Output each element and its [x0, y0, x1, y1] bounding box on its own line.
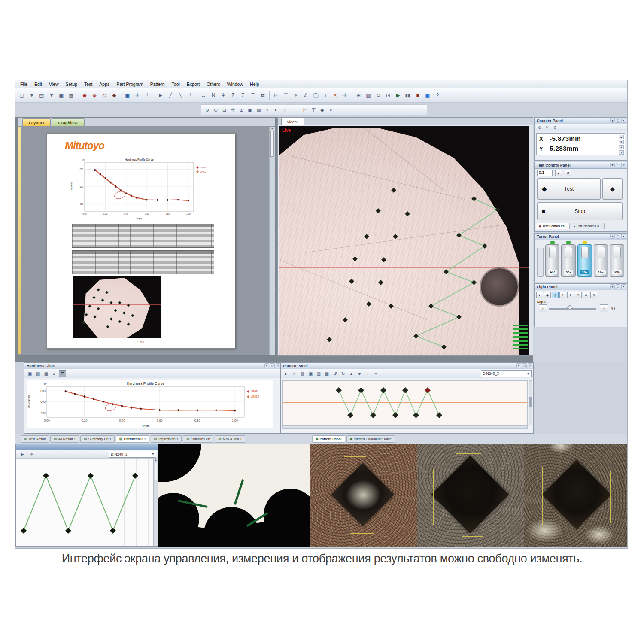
grid-toggle-icon[interactable]: ⊞	[237, 106, 246, 114]
zoom-full-icon[interactable]: ⊡	[383, 91, 393, 100]
pattern-select-combo[interactable]: DIN240_3▼	[481, 370, 532, 377]
stop-button[interactable]: ■Stop	[537, 202, 623, 220]
refresh-icon[interactable]: ↻	[374, 91, 383, 100]
menu-tool[interactable]: Tool	[169, 81, 183, 87]
snap-blue-icon[interactable]: ▣	[423, 91, 432, 100]
measure-point-icon[interactable]: ⌖	[291, 91, 301, 100]
menu-setup[interactable]: Setup	[63, 81, 80, 87]
contrast-icon[interactable]: ◐	[272, 106, 280, 114]
light-preset-5[interactable]: 5	[590, 292, 597, 298]
zoom-fit-icon[interactable]: ⊡	[220, 106, 228, 114]
turret-slot-50x[interactable]: 50x	[561, 244, 576, 277]
close-icon[interactable]: ×	[621, 163, 626, 167]
zoom-in-icon[interactable]: ⊕	[203, 106, 211, 114]
erase-icon[interactable]: ×	[327, 106, 335, 114]
video-scrollbar[interactable]	[529, 126, 533, 355]
menu-others[interactable]: Others	[204, 81, 223, 87]
menu-help[interactable]: Help	[247, 81, 262, 87]
light-auto-icon[interactable]: ◐	[536, 292, 543, 298]
hc-copy-icon[interactable]: ▤	[34, 370, 42, 377]
pin-icon[interactable]: ▾	[610, 234, 615, 239]
open-file-icon[interactable]: ▤	[37, 91, 46, 100]
pattern-sigma-icon[interactable]: Σ	[238, 91, 248, 100]
single-test-button[interactable]: ◆	[602, 178, 623, 200]
snapshot-icon[interactable]: ▣	[246, 106, 254, 114]
menu-edit[interactable]: Edit	[31, 81, 45, 87]
pp-open-icon[interactable]: ▤	[299, 370, 306, 377]
tab-all-result-1[interactable]: ▤All Result 1	[50, 435, 79, 443]
new-file-icon[interactable]: ▢	[17, 91, 27, 100]
pp-copy-icon[interactable]: ▥	[315, 370, 322, 377]
pattern-n-icon[interactable]: Ν	[209, 91, 218, 100]
open-file-dropdown-icon[interactable]: ▾	[47, 91, 56, 100]
bottom-pattern-combo[interactable]: DIN240_3▼	[109, 451, 156, 458]
camera-icon[interactable]: ▣	[123, 91, 132, 100]
pattern-scrollbar-v[interactable]	[529, 380, 532, 425]
stage-move-icon[interactable]: ✛	[133, 91, 142, 100]
light-preset-2[interactable]: 2	[567, 292, 574, 298]
alarm-icon[interactable]: !	[143, 91, 152, 100]
light-slider[interactable]: ☼ ☼ 47	[537, 304, 624, 313]
menu-test[interactable]: Test	[81, 81, 95, 87]
counter-ref-icon[interactable]: 0	[552, 125, 558, 131]
pattern-flip-icon[interactable]: ⇄	[258, 91, 267, 100]
light-half-icon[interactable]: ◉	[544, 292, 551, 298]
save-icon[interactable]: ▣	[57, 91, 66, 100]
test-return-icon[interactable]: ↺	[565, 170, 571, 176]
tab-impression-1[interactable]: ▤Impression 1	[151, 435, 182, 443]
crosshair-icon[interactable]: ⌖	[263, 106, 271, 114]
pin-icon[interactable]: ▾	[610, 163, 615, 167]
float-icon[interactable]: □	[270, 363, 275, 368]
turret-slot-20x[interactable]: 20x	[577, 244, 592, 277]
select-arrow-icon[interactable]: ►	[156, 91, 165, 100]
tab-test-result[interactable]: ▤Test Result	[21, 435, 49, 443]
measure-add-icon[interactable]: +	[321, 91, 330, 100]
pp-add-icon[interactable]: +	[364, 370, 371, 377]
float-icon[interactable]: □	[616, 163, 620, 167]
pattern-psi-icon[interactable]: Ψ	[219, 91, 228, 100]
light-slider-track[interactable]	[549, 308, 596, 310]
tab-video1[interactable]: Video1	[281, 118, 304, 125]
measure-height-icon[interactable]: ⊤	[281, 91, 291, 100]
test-force-field[interactable]: 0.3	[537, 170, 553, 176]
measure-delete-icon[interactable]: ×	[331, 91, 340, 100]
save-all-icon[interactable]: ▦	[67, 91, 76, 100]
bottom-pattern-scrollbar[interactable]: ▲	[153, 459, 158, 546]
turret-slot-100x[interactable]: 100x	[610, 244, 624, 277]
pin-icon[interactable]: ▾	[610, 284, 615, 289]
measure-circle-icon[interactable]: ◯	[311, 91, 320, 100]
menu-export[interactable]: Export	[184, 81, 203, 87]
tab-layout1[interactable]: Layout1	[22, 118, 51, 126]
close-icon[interactable]: ×	[528, 363, 532, 368]
ruler-v-icon[interactable]: ⊤	[310, 106, 318, 114]
video-settings-icon[interactable]: ≡	[289, 106, 297, 114]
draw-line-icon[interactable]: ╱	[166, 91, 175, 100]
bw-select-icon[interactable]: ►	[18, 450, 27, 459]
light-active-icon[interactable]: ◎	[552, 292, 559, 298]
turret-slot-10x[interactable]: 10x	[594, 244, 608, 277]
pan-icon[interactable]: ✛	[229, 106, 237, 114]
draw-line-2-icon[interactable]: ╲	[176, 91, 185, 100]
counter-preset-icon[interactable]: ✎	[544, 125, 550, 131]
zoom-out-icon[interactable]: ⊖	[212, 106, 220, 114]
tab-hardness-c-1[interactable]: ▤Hardness C 1	[116, 435, 149, 443]
bw-zoom-icon[interactable]: ⌖	[27, 450, 36, 459]
test-force-icon[interactable]: ◆	[109, 91, 119, 100]
tab-summary-ch-1[interactable]: ▤Summary Ch 1	[80, 435, 115, 443]
close-icon[interactable]: ×	[276, 363, 280, 368]
layout-scrollbar[interactable]: ▲	[269, 127, 275, 355]
bottom-pattern-plot[interactable]	[16, 459, 154, 546]
axis-spinners[interactable]: ▲▼▲▼	[619, 135, 624, 155]
test-mode-icon[interactable]: ▸	[555, 170, 562, 176]
play-icon[interactable]: ▶	[393, 91, 403, 100]
video-view[interactable]: Live	[279, 126, 529, 355]
light-preset-3[interactable]: 3	[575, 292, 582, 298]
window-split-icon[interactable]: ▥	[364, 91, 373, 100]
close-icon[interactable]: ×	[621, 234, 626, 239]
alert-icon[interactable]: !	[185, 91, 195, 100]
pp-up-icon[interactable]: ▲	[348, 370, 355, 377]
window-grid-icon[interactable]: ⊞	[354, 91, 363, 100]
test-series-icon[interactable]: ◇	[100, 91, 109, 100]
pin-icon[interactable]: ▾	[516, 363, 521, 368]
pattern-plot-area[interactable]	[282, 380, 528, 425]
